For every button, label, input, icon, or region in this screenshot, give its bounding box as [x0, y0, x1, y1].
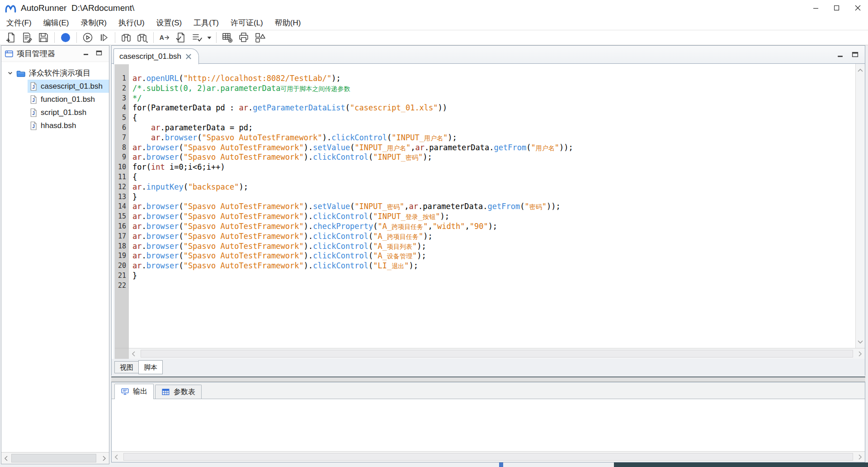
- new-script-icon[interactable]: [5, 32, 17, 43]
- scroll-right-icon[interactable]: [102, 456, 106, 461]
- editor-panel: casescript_01.bsh 1234567891011121314151…: [111, 45, 865, 376]
- menu-item-6[interactable]: 工具(T): [189, 18, 223, 28]
- scroll-thumb[interactable]: [11, 454, 96, 462]
- tab-parameter-table[interactable]: 参数表: [155, 385, 202, 399]
- scroll-right-icon[interactable]: [858, 454, 862, 460]
- code-line[interactable]: ar.inputKey("backspace");: [132, 182, 855, 192]
- code-line[interactable]: {: [132, 113, 855, 123]
- scroll-thumb[interactable]: [123, 453, 853, 461]
- tree-expander-icon[interactable]: [7, 70, 14, 76]
- find-icon[interactable]: [120, 32, 132, 43]
- scroll-thumb[interactable]: [141, 350, 853, 357]
- menu-item-7[interactable]: 许可证(L): [226, 18, 268, 28]
- code-line[interactable]: /*.subList(0, 2)ar.parameterData可用于脚本之间传…: [132, 84, 855, 94]
- objects-icon[interactable]: [254, 32, 266, 43]
- menu-item-8[interactable]: 帮助(H): [270, 18, 306, 28]
- tab-script[interactable]: 脚本: [138, 360, 163, 374]
- minimize-panel-button[interactable]: [83, 50, 89, 58]
- project-manager-icon: [5, 49, 14, 58]
- project-panel-title: 项目管理器: [17, 48, 55, 59]
- folder-icon: [16, 69, 26, 78]
- window-title: AutoRunner D:\ARdocument\: [21, 3, 134, 13]
- tab-close-icon[interactable]: [186, 54, 191, 59]
- code-line[interactable]: ar.browser("Spasvo AutoTestFramework").c…: [132, 222, 855, 232]
- tree-file-item[interactable]: Jhhasd.bsh: [1, 119, 109, 132]
- code-line[interactable]: ar.browser("Spasvo AutoTestFramework").c…: [132, 232, 855, 242]
- code-text[interactable]: ar.openURL("http://localhost:8082/TestLa…: [129, 64, 855, 348]
- find-next-icon[interactable]: [137, 32, 148, 43]
- script-file-icon: J: [29, 82, 38, 91]
- menu-item-1[interactable]: 文件(F): [2, 18, 36, 28]
- toolbar-separator: [76, 32, 77, 43]
- tab-parameter-table-label: 参数表: [174, 387, 195, 397]
- print-icon[interactable]: [238, 32, 250, 43]
- project-tree-hscrollbar[interactable]: [1, 452, 109, 464]
- panel-splitter[interactable]: [111, 376, 865, 382]
- output-icon: [121, 387, 129, 396]
- run-icon[interactable]: [82, 32, 94, 43]
- window-close-button[interactable]: [847, 0, 868, 16]
- code-line[interactable]: ar.parameterData = pd;: [132, 123, 855, 133]
- rename-icon[interactable]: A: [159, 32, 170, 43]
- code-line[interactable]: ar.browser("Spasvo AutoTestFramework").c…: [132, 261, 855, 271]
- scroll-left-icon[interactable]: [114, 454, 118, 460]
- scroll-down-icon[interactable]: [858, 338, 863, 346]
- code-line[interactable]: ar.browser("Spasvo AutoTestFramework").s…: [132, 143, 855, 153]
- code-line[interactable]: */: [132, 94, 855, 104]
- table-settings-icon[interactable]: [222, 32, 233, 43]
- output-hscrollbar[interactable]: [112, 451, 865, 462]
- menu-item-5[interactable]: 设置(S): [152, 18, 187, 28]
- tree-file-item[interactable]: Jfunction_01.bsh: [1, 93, 109, 106]
- menu-item-2[interactable]: 编辑(E): [39, 18, 74, 28]
- code-line[interactable]: }: [132, 271, 855, 281]
- code-line[interactable]: for(int i=0;i<6;i++): [132, 162, 855, 172]
- code-line[interactable]: {: [132, 172, 855, 182]
- window-minimize-button[interactable]: [806, 0, 826, 16]
- minimize-editor-button[interactable]: [837, 51, 844, 60]
- menu-item-4[interactable]: 执行(U): [114, 18, 149, 28]
- save-icon[interactable]: [38, 32, 49, 43]
- tree-file-item[interactable]: Jscript_01.bsh: [1, 106, 109, 119]
- code-line[interactable]: ar.openURL("http://localhost:8082/TestLa…: [132, 74, 855, 84]
- window-maximize-button[interactable]: [826, 0, 847, 16]
- editor-tab-casescript[interactable]: casescript_01.bsh: [113, 48, 199, 64]
- script-file-icon: J: [29, 121, 38, 130]
- svg-text:A: A: [160, 34, 164, 41]
- code-line[interactable]: }: [132, 192, 855, 202]
- dropdown-caret-icon[interactable]: [206, 32, 212, 43]
- editor-hscrollbar[interactable]: [129, 348, 865, 359]
- scroll-right-icon[interactable]: [858, 351, 862, 357]
- checklist-icon[interactable]: [191, 32, 203, 43]
- menu-item-3[interactable]: 录制(R): [76, 18, 111, 28]
- code-line[interactable]: for(ParameterData pd : ar.getParameterDa…: [132, 103, 855, 113]
- scroll-left-icon[interactable]: [4, 456, 8, 461]
- code-line[interactable]: ar.browser("Spasvo AutoTestFramework").c…: [132, 152, 855, 162]
- file-name-label: function_01.bsh: [41, 95, 95, 104]
- code-line[interactable]: ar.browser("Spasvo AutoTestFramework").c…: [132, 251, 855, 261]
- script-file-icon: J: [29, 108, 38, 117]
- title-bar: AutoRunner D:\ARdocument\: [0, 0, 868, 16]
- code-editor[interactable]: 12345678910111213141516171819202122 ar.o…: [112, 64, 865, 348]
- check-script-icon[interactable]: [175, 32, 187, 43]
- maximize-panel-button[interactable]: [96, 50, 102, 58]
- line-number: 16: [115, 222, 129, 232]
- code-line[interactable]: [132, 281, 855, 291]
- edit-script-icon[interactable]: [21, 32, 33, 43]
- tree-file-item[interactable]: Jcasescript_01.bsh: [1, 80, 109, 93]
- editor-vscrollbar[interactable]: [855, 64, 865, 348]
- scroll-up-icon[interactable]: [858, 66, 863, 74]
- code-line[interactable]: ar.browser("Spasvo AutoTestFramework").c…: [132, 133, 855, 143]
- step-icon[interactable]: [98, 32, 110, 43]
- tab-view[interactable]: 视图: [114, 361, 139, 373]
- code-line[interactable]: ar.browser("Spasvo AutoTestFramework").c…: [132, 242, 855, 252]
- desktop-background-sliver: [614, 462, 868, 467]
- toolbar-separator: [115, 32, 115, 43]
- tab-output[interactable]: 输出: [114, 384, 154, 399]
- tree-root-label: 泽众软件演示项目: [29, 68, 90, 78]
- scroll-left-icon[interactable]: [132, 351, 136, 357]
- maximize-editor-button[interactable]: [852, 51, 859, 60]
- record-icon[interactable]: [60, 32, 71, 43]
- code-line[interactable]: ar.browser("Spasvo AutoTestFramework").c…: [132, 212, 855, 222]
- code-line[interactable]: ar.browser("Spasvo AutoTestFramework").s…: [132, 202, 855, 212]
- tree-root-item[interactable]: 泽众软件演示项目: [1, 67, 109, 80]
